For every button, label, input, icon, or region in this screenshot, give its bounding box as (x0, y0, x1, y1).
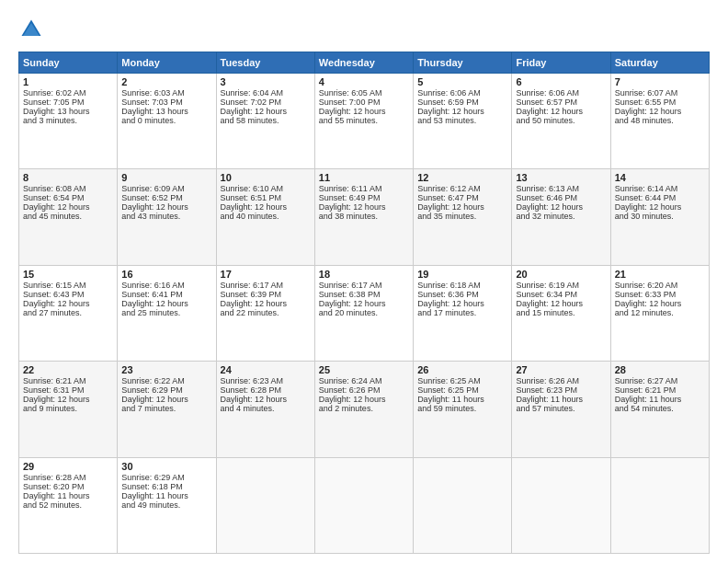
day-number: 3 (221, 76, 311, 87)
day-number: 13 (516, 172, 606, 183)
calendar-cell: 14Sunrise: 6:14 AMSunset: 6:44 PMDayligh… (610, 169, 709, 265)
day-info-line: and 59 minutes. (417, 404, 507, 413)
day-number: 23 (121, 364, 211, 375)
day-number: 6 (516, 76, 606, 87)
week-row-1: 8Sunrise: 6:08 AMSunset: 6:54 PMDaylight… (19, 169, 710, 265)
day-info-line: Daylight: 12 hours (221, 202, 311, 212)
calendar-cell: 8Sunrise: 6:08 AMSunset: 6:54 PMDaylight… (19, 169, 118, 265)
day-number: 10 (221, 172, 311, 183)
day-info-line: Sunset: 6:20 PM (23, 482, 113, 491)
day-info-line: Sunset: 6:51 PM (221, 193, 311, 202)
day-info-line: Daylight: 12 hours (516, 202, 606, 212)
day-number: 7 (615, 76, 705, 87)
day-info-line: Daylight: 12 hours (615, 107, 705, 116)
day-info-line: and 17 minutes. (417, 308, 507, 317)
day-number: 21 (615, 269, 705, 280)
day-number: 1 (23, 76, 113, 87)
day-info-line: Daylight: 12 hours (23, 299, 113, 308)
day-info-line: Sunrise: 6:24 AM (319, 376, 409, 385)
calendar-cell: 25Sunrise: 6:24 AMSunset: 6:26 PMDayligh… (314, 362, 413, 457)
day-info-line: Sunrise: 6:04 AM (221, 88, 311, 98)
day-info-line: and 40 minutes. (221, 212, 311, 221)
day-info-line: Sunrise: 6:26 AM (516, 376, 606, 385)
calendar-cell: 16Sunrise: 6:16 AMSunset: 6:41 PMDayligh… (118, 265, 216, 361)
day-info-line: Sunset: 6:46 PM (516, 193, 606, 202)
day-info-line: Sunset: 6:38 PM (319, 290, 409, 299)
day-info-line: Daylight: 12 hours (516, 299, 606, 308)
calendar-cell: 30Sunrise: 6:29 AMSunset: 6:18 PMDayligh… (118, 457, 216, 553)
calendar-cell: 21Sunrise: 6:20 AMSunset: 6:33 PMDayligh… (610, 265, 709, 361)
day-number: 28 (615, 364, 705, 375)
day-info-line: and 48 minutes. (615, 116, 705, 125)
day-info-line: Daylight: 12 hours (615, 202, 705, 212)
day-number: 29 (23, 461, 113, 472)
day-info-line: Sunset: 6:31 PM (23, 385, 113, 395)
calendar-cell: 5Sunrise: 6:06 AMSunset: 6:59 PMDaylight… (414, 74, 512, 169)
header-monday: Monday (118, 52, 216, 74)
day-info-line: Sunrise: 6:05 AM (319, 88, 409, 98)
day-number: 25 (319, 364, 409, 375)
day-number: 15 (23, 269, 113, 280)
day-info-line: and 43 minutes. (121, 212, 211, 221)
week-row-3: 22Sunrise: 6:21 AMSunset: 6:31 PMDayligh… (19, 362, 710, 457)
calendar-cell: 29Sunrise: 6:28 AMSunset: 6:20 PMDayligh… (19, 457, 118, 553)
day-info-line: Sunrise: 6:10 AM (221, 184, 311, 193)
day-info-line: Sunrise: 6:08 AM (23, 184, 113, 193)
day-info-line: and 38 minutes. (319, 212, 409, 221)
day-info-line: and 52 minutes. (23, 500, 113, 510)
day-info-line: Sunrise: 6:17 AM (319, 281, 409, 290)
header-saturday: Saturday (610, 52, 709, 74)
calendar-cell: 6Sunrise: 6:06 AMSunset: 6:57 PMDaylight… (512, 74, 610, 169)
day-info-line: Sunrise: 6:14 AM (615, 184, 705, 193)
day-info-line: and 55 minutes. (319, 116, 409, 125)
day-info-line: and 53 minutes. (417, 116, 507, 125)
day-info-line: and 15 minutes. (516, 308, 606, 317)
day-info-line: and 54 minutes. (615, 404, 705, 413)
calendar-cell: 20Sunrise: 6:19 AMSunset: 6:34 PMDayligh… (512, 265, 610, 361)
day-info-line: Sunset: 6:55 PM (615, 98, 705, 107)
calendar-cell: 15Sunrise: 6:15 AMSunset: 6:43 PMDayligh… (19, 265, 118, 361)
day-info-line: Daylight: 12 hours (121, 395, 211, 404)
day-info-line: Sunset: 6:21 PM (615, 385, 705, 395)
day-info-line: and 4 minutes. (221, 404, 311, 413)
day-info-line: Sunrise: 6:09 AM (121, 184, 211, 193)
day-info-line: Daylight: 12 hours (23, 395, 113, 404)
day-info-line: Daylight: 11 hours (417, 395, 507, 404)
day-info-line: Daylight: 11 hours (121, 491, 211, 500)
day-info-line: Sunrise: 6:29 AM (121, 473, 211, 482)
day-info-line: Daylight: 12 hours (319, 107, 409, 116)
day-info-line: Sunrise: 6:07 AM (615, 88, 705, 98)
day-number: 26 (417, 364, 507, 375)
day-info-line: Daylight: 12 hours (121, 202, 211, 212)
day-info-line: and 50 minutes. (516, 116, 606, 125)
day-info-line: Daylight: 12 hours (615, 299, 705, 308)
day-info-line: Sunset: 6:33 PM (615, 290, 705, 299)
day-info-line: Daylight: 12 hours (417, 202, 507, 212)
day-info-line: Daylight: 13 hours (121, 107, 211, 116)
calendar-cell (314, 457, 413, 553)
day-info-line: Daylight: 12 hours (417, 107, 507, 116)
day-info-line: Daylight: 12 hours (319, 395, 409, 404)
header-thursday: Thursday (414, 52, 512, 74)
day-info-line: Sunset: 6:41 PM (121, 290, 211, 299)
calendar-cell: 10Sunrise: 6:10 AMSunset: 6:51 PMDayligh… (216, 169, 314, 265)
day-info-line: Daylight: 12 hours (121, 299, 211, 308)
calendar-table: SundayMondayTuesdayWednesdayThursdayFrid… (18, 52, 710, 554)
header-tuesday: Tuesday (216, 52, 314, 74)
day-info-line: Sunset: 7:02 PM (221, 98, 311, 107)
calendar-cell (414, 457, 512, 553)
day-info-line: Daylight: 12 hours (221, 299, 311, 308)
day-info-line: and 30 minutes. (615, 212, 705, 221)
calendar-cell: 7Sunrise: 6:07 AMSunset: 6:55 PMDaylight… (610, 74, 709, 169)
header-sunday: Sunday (19, 52, 118, 74)
day-info-line: and 7 minutes. (121, 404, 211, 413)
calendar-cell: 11Sunrise: 6:11 AMSunset: 6:49 PMDayligh… (314, 169, 413, 265)
logo (18, 17, 48, 42)
calendar-cell: 12Sunrise: 6:12 AMSunset: 6:47 PMDayligh… (414, 169, 512, 265)
calendar-cell: 22Sunrise: 6:21 AMSunset: 6:31 PMDayligh… (19, 362, 118, 457)
day-info-line: Sunrise: 6:12 AM (417, 184, 507, 193)
week-row-2: 15Sunrise: 6:15 AMSunset: 6:43 PMDayligh… (19, 265, 710, 361)
day-info-line: Sunset: 6:18 PM (121, 482, 211, 491)
day-info-line: Sunset: 6:25 PM (417, 385, 507, 395)
day-number: 12 (417, 172, 507, 183)
